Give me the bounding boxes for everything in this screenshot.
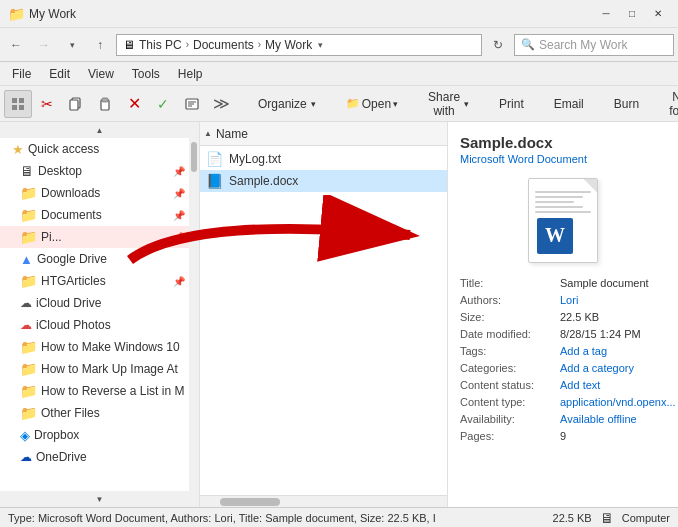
file-item-sample[interactable]: 📘 Sample.docx: [200, 170, 447, 192]
detail-row-categories: Categories: Add a category: [460, 362, 666, 374]
breadcrumb-mywork[interactable]: My Work: [265, 38, 312, 52]
menu-edit[interactable]: Edit: [41, 65, 78, 83]
open-arrow: ▾: [393, 99, 398, 109]
toolbar-more-icon[interactable]: ≫: [207, 90, 235, 118]
sidebar-item-documents[interactable]: 📁 Documents 📌: [0, 204, 189, 226]
toolbar-copy-icon[interactable]: [62, 90, 90, 118]
share-with-button[interactable]: Share with ▾: [417, 90, 480, 118]
file-item-mylog[interactable]: 📄 MyLog.txt: [200, 148, 447, 170]
toolbar-cut-icon[interactable]: ✂: [33, 90, 61, 118]
file-hscroll[interactable]: [200, 495, 447, 507]
file-area-inner: 📄 MyLog.txt 📘 Sample.docx: [200, 146, 447, 507]
details-properties: Title: Sample document Authors: Lori Siz…: [460, 277, 666, 442]
sidebar-item-other-files[interactable]: 📁 Other Files: [0, 402, 189, 424]
sidebar-vscroll[interactable]: [189, 138, 199, 491]
sidebar-item-how-to-markup[interactable]: 📁 How to Mark Up Image At: [0, 358, 189, 380]
breadcrumb-docs[interactable]: Documents: [193, 38, 254, 52]
detail-row-pages: Pages: 9: [460, 430, 666, 442]
organize-button[interactable]: Organize ▾: [247, 90, 327, 118]
computer-icon: 🖥: [600, 510, 614, 526]
detail-label-categories: Categories:: [460, 362, 560, 374]
pictures-pin-icon: 📌: [173, 232, 185, 243]
sidebar-vscroll-thumb[interactable]: [191, 142, 197, 172]
word-badge: W: [537, 218, 573, 254]
address-path[interactable]: 🖥 This PC › Documents › My Work ▾: [116, 34, 482, 56]
breadcrumb-pc[interactable]: This PC: [139, 38, 182, 52]
sidebar-item-how-to-windows[interactable]: 📁 How to Make Windows 10: [0, 336, 189, 358]
file-name-mylog: MyLog.txt: [229, 152, 281, 166]
title-bar-left: 📁 My Work: [8, 6, 76, 22]
sidebar-downloads-label: Downloads: [41, 186, 100, 200]
address-bar: ← → ▾ ↑ 🖥 This PC › Documents › My Work …: [0, 28, 678, 62]
menu-view[interactable]: View: [80, 65, 122, 83]
sidebar-onedrive-label: OneDrive: [36, 450, 87, 464]
sidebar-how-to-windows-label: How to Make Windows 10: [41, 340, 180, 354]
detail-label-pages: Pages:: [460, 430, 560, 442]
column-name-header[interactable]: Name: [216, 127, 248, 141]
how-to-markup-icon: 📁: [20, 361, 37, 377]
print-button[interactable]: Print: [488, 90, 535, 118]
detail-label-date: Date modified:: [460, 328, 560, 340]
sidebar-item-downloads[interactable]: 📁 Downloads 📌: [0, 182, 189, 204]
forward-button[interactable]: →: [32, 33, 56, 57]
sidebar-item-dropbox[interactable]: ◈ Dropbox: [0, 424, 189, 446]
open-label: Open: [362, 97, 391, 111]
svg-rect-3: [19, 105, 24, 110]
detail-value-content-type[interactable]: application/vnd.openx...: [560, 396, 676, 408]
burn-button[interactable]: Burn: [603, 90, 650, 118]
sidebar: ▲ ★ Quick access 🖥 Desktop 📌 📁 Downloads…: [0, 122, 200, 507]
menu-file[interactable]: File: [4, 65, 39, 83]
desktop-icon: 🖥: [20, 163, 34, 179]
toolbar-delete-icon[interactable]: ✕: [120, 90, 148, 118]
maximize-button[interactable]: □: [620, 4, 644, 24]
up-button[interactable]: ↑: [88, 33, 112, 57]
search-box[interactable]: 🔍 Search My Work: [514, 34, 674, 56]
file-list-header: ▲ Name: [200, 122, 447, 146]
toolbar-paste-icon[interactable]: [91, 90, 119, 118]
detail-value-tags[interactable]: Add a tag: [560, 345, 666, 357]
new-folder-button[interactable]: New folder: [658, 90, 678, 118]
toolbar-properties-icon[interactable]: [178, 90, 206, 118]
toolbar-rename-icon[interactable]: ✓: [149, 90, 177, 118]
word-icon: W: [528, 178, 598, 263]
svg-rect-2: [12, 105, 17, 110]
word-line-3: [535, 201, 574, 203]
sidebar-item-htgarticles[interactable]: 📁 HTGArticles 📌: [0, 270, 189, 292]
sidebar-scroll-down[interactable]: ▼: [0, 491, 199, 507]
sidebar-item-icloud-drive[interactable]: ☁ iCloud Drive: [0, 292, 189, 314]
sidebar-item-pictures[interactable]: 📁 Pi... 📌: [0, 226, 189, 248]
refresh-button[interactable]: ↻: [486, 33, 510, 57]
sidebar-dropbox-label: Dropbox: [34, 428, 79, 442]
detail-value-categories[interactable]: Add a category: [560, 362, 666, 374]
toolbar: ✂ ✕ ✓ ≫ Organize: [0, 86, 678, 122]
toolbar-view-icon-1[interactable]: [4, 90, 32, 118]
docx-file-icon: 📘: [206, 173, 223, 189]
open-icon: 📁: [346, 97, 360, 110]
sidebar-item-gdrive[interactable]: ▲ Google Drive: [0, 248, 189, 270]
sidebar-icloud-drive-label: iCloud Drive: [36, 296, 101, 310]
sidebar-item-quick-access[interactable]: ★ Quick access: [0, 138, 189, 160]
menu-tools[interactable]: Tools: [124, 65, 168, 83]
sidebar-item-desktop[interactable]: 🖥 Desktop 📌: [0, 160, 189, 182]
detail-value-content-status[interactable]: Add text: [560, 379, 666, 391]
detail-row-tags: Tags: Add a tag: [460, 345, 666, 357]
detail-value-availability[interactable]: Available offline: [560, 413, 666, 425]
email-button[interactable]: Email: [543, 90, 595, 118]
sidebar-item-icloud-photos[interactable]: ☁ iCloud Photos: [0, 314, 189, 336]
recent-button[interactable]: ▾: [60, 33, 84, 57]
detail-row-size: Size: 22.5 KB: [460, 311, 666, 323]
minimize-button[interactable]: ─: [594, 4, 618, 24]
path-dropdown[interactable]: ▾: [318, 40, 323, 50]
close-button[interactable]: ✕: [646, 4, 670, 24]
detail-label-tags: Tags:: [460, 345, 560, 357]
sidebar-htgarticles-label: HTGArticles: [41, 274, 106, 288]
file-hscroll-thumb[interactable]: [220, 498, 280, 506]
detail-value-authors[interactable]: Lori: [560, 294, 666, 306]
sidebar-item-onedrive[interactable]: ☁ OneDrive: [0, 446, 189, 468]
open-button[interactable]: 📁 Open ▾: [335, 90, 409, 118]
sidebar-scroll-up[interactable]: ▲: [0, 122, 199, 138]
sidebar-item-how-to-reverse[interactable]: 📁 How to Reverse a List in M: [0, 380, 189, 402]
menu-help[interactable]: Help: [170, 65, 211, 83]
htgarticles-icon: 📁: [20, 273, 37, 289]
back-button[interactable]: ←: [4, 33, 28, 57]
